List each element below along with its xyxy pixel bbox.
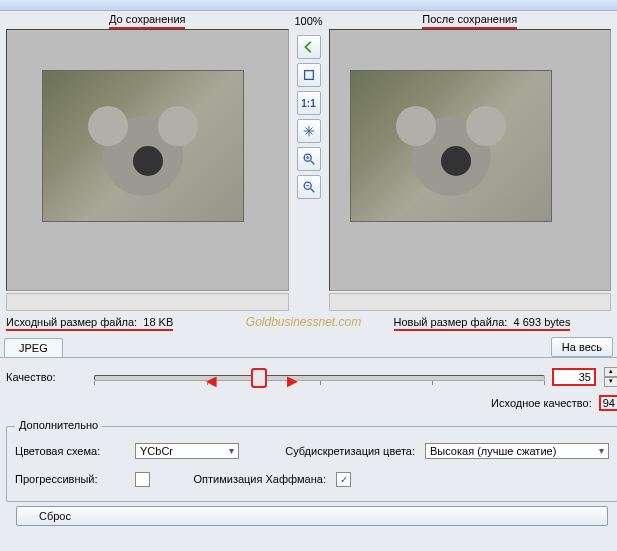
fullscreen-button[interactable]: На весь [551, 337, 613, 357]
svg-line-6 [310, 189, 314, 193]
after-canvas[interactable] [329, 29, 612, 291]
info-row: Исходный размер файла: 18 KB Goldbusines… [0, 311, 617, 333]
quality-thumb[interactable] [252, 369, 266, 387]
after-panel: После сохранения [323, 11, 618, 311]
quality-label: Качество: [6, 371, 86, 383]
before-scrollbar[interactable] [6, 293, 289, 311]
svg-rect-0 [304, 71, 313, 80]
arrow-left-icon[interactable] [297, 35, 321, 59]
before-panel: До сохранения [0, 11, 295, 311]
quality-input[interactable]: 35 [553, 369, 595, 385]
source-quality-label: Исходное качество: [491, 397, 592, 409]
progressive-label: Прогрессивный: [15, 473, 125, 485]
huffman-checkbox[interactable]: ✓ [336, 472, 351, 487]
advanced-group: Дополнительно Цветовая схема: YCbCr Субд… [6, 426, 617, 502]
after-image [350, 70, 552, 222]
svg-line-2 [310, 161, 314, 165]
quality-row: Качество: ◄ ► 35 ▴▾ [6, 364, 617, 390]
fit-screen-icon[interactable] [297, 63, 321, 87]
zoom-out-icon[interactable] [297, 175, 321, 199]
color-scheme-select[interactable]: YCbCr [135, 443, 239, 459]
color-scheme-label: Цветовая схема: [15, 445, 125, 457]
source-quality-value: 94 [600, 396, 617, 410]
preview-row: До сохранения 100% 1:1 После сохранения [0, 11, 617, 311]
after-scrollbar[interactable] [329, 293, 612, 311]
expand-icon[interactable] [297, 119, 321, 143]
before-image [42, 70, 244, 222]
huffman-label: Оптимизация Хаффмана: [166, 473, 326, 485]
source-quality-row: Исходное качество: 94 [6, 390, 617, 416]
spin-up-icon: ▴ [604, 367, 617, 377]
main-settings: Качество: ◄ ► 35 ▴▾ Исходное качество: 9… [0, 358, 617, 551]
tab-jpeg[interactable]: JPEG [4, 338, 63, 357]
before-label: До сохранения [0, 11, 295, 29]
advanced-title: Дополнительно [15, 419, 102, 431]
quality-spinner[interactable]: ▴▾ [604, 367, 617, 387]
one-to-one-icon[interactable]: 1:1 [297, 91, 321, 115]
reset-button[interactable]: Сброс [16, 506, 608, 526]
progressive-checkbox[interactable] [135, 472, 150, 487]
tab-row: JPEG На весь [0, 333, 617, 358]
watermark: Goldbusinessnet.com [224, 315, 384, 329]
titlebar [0, 0, 617, 11]
quality-slider[interactable]: ◄ ► [94, 367, 545, 387]
subsampling-select[interactable]: Высокая (лучше сжатие) [425, 443, 609, 459]
before-canvas[interactable] [6, 29, 289, 291]
orig-size: Исходный размер файла: 18 KB [6, 316, 224, 328]
spin-down-icon: ▾ [604, 377, 617, 387]
after-label: После сохранения [323, 11, 618, 29]
subsampling-label: Субдискретизация цвета: [255, 445, 415, 457]
zoom-label: 100% [294, 15, 322, 27]
zoom-in-icon[interactable] [297, 147, 321, 171]
new-size: Новый размер файла: 4 693 bytes [384, 316, 612, 328]
tool-column: 100% 1:1 [295, 11, 323, 311]
